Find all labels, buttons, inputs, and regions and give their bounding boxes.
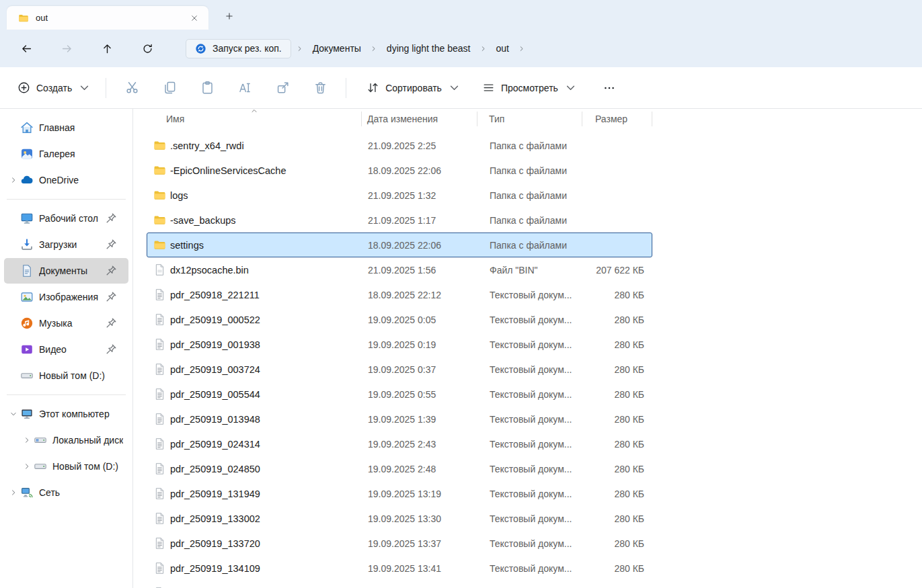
file-date: 21.09.2025 1:32: [362, 190, 478, 201]
file-row[interactable]: settings18.09.2025 22:06Папка с файлами: [147, 233, 652, 257]
file-name-text: .sentry_x64_rwdi: [170, 140, 244, 151]
sidebar-item-label: Видео: [39, 344, 103, 355]
up-button[interactable]: [95, 37, 118, 60]
chevron-right-icon[interactable]: [477, 42, 489, 54]
sidebar-item-видео[interactable]: Видео: [4, 337, 128, 362]
sidebar-item-галерея[interactable]: Галерея: [4, 141, 128, 167]
new-tab-button[interactable]: [219, 6, 239, 26]
folder-icon: [153, 139, 166, 152]
chevron-right-icon[interactable]: [20, 460, 34, 473]
delete-button[interactable]: [301, 74, 339, 102]
file-row[interactable]: -save_backups21.09.2025 1:17Папка с файл…: [147, 208, 652, 233]
tab-bar: out: [0, 0, 922, 30]
sidebar-item-label: Изображения: [39, 292, 103, 302]
file-row[interactable]: pdr_250918_22121118.09.2025 22:12Текстов…: [147, 282, 652, 307]
chevron-right-icon[interactable]: [7, 173, 20, 187]
sidebar-item-главная[interactable]: Главная: [4, 115, 128, 140]
chevron-down-icon: [448, 81, 461, 94]
music-icon: [20, 317, 34, 330]
file-row[interactable]: pdr_250919_13372019.09.2025 13:37Текстов…: [147, 531, 652, 556]
chevron-right-icon[interactable]: [368, 42, 380, 54]
rename-button[interactable]: [226, 74, 264, 102]
file-type: Текстовый докум...: [478, 489, 583, 499]
chevron-right-icon[interactable]: [516, 42, 528, 54]
file-row[interactable]: pdr_250919_00193819.09.2025 0:19Текстовы…: [147, 332, 652, 357]
command-toolbar: Создать Сортировать Просмотреть: [0, 67, 922, 109]
sidebar-item-рабочий-стол[interactable]: Рабочий стол: [4, 206, 128, 231]
sidebar-item-onedrive[interactable]: OneDrive: [4, 167, 128, 193]
column-header-row: Имя Дата изменения Тип Размер: [147, 109, 652, 129]
file-row[interactable]: pdr_250919_00554419.09.2025 0:55Текстовы…: [147, 382, 652, 407]
up-icon: [102, 43, 113, 54]
file-row[interactable]: -EpicOnlineServicesCache18.09.2025 22:06…: [147, 158, 652, 183]
sidebar-item-изображения[interactable]: Изображения: [4, 284, 128, 310]
file-row[interactable]: pdr_250919_02431419.09.2025 2:43Текстовы…: [147, 431, 652, 456]
chevron-right-icon[interactable]: [294, 42, 306, 54]
window-content: ГлавнаяГалереяOneDriveРабочий столЗагруз…: [0, 109, 922, 588]
close-tab-button[interactable]: [186, 9, 203, 27]
file-row[interactable]: pdr_250919_01394819.09.2025 1:39Текстовы…: [147, 407, 652, 431]
file-row[interactable]: pdr_250919_00372419.09.2025 0:37Текстовы…: [147, 357, 652, 382]
view-button[interactable]: Просмотреть: [474, 75, 585, 100]
chevron-down-icon[interactable]: [7, 407, 20, 421]
file-row[interactable]: dx12psocache.bin21.09.2025 1:56Файл "BIN…: [147, 257, 652, 282]
pin-icon: [104, 317, 118, 330]
more-options-button[interactable]: [594, 75, 624, 101]
breadcrumb-run-backup[interactable]: Запуск рез. коп.: [186, 39, 291, 58]
file-row[interactable]: .sentry_x64_rwdi21.09.2025 2:25Папка с ф…: [147, 133, 652, 158]
close-icon: [190, 13, 199, 23]
create-button[interactable]: Создать: [9, 76, 99, 99]
file-row[interactable]: pdr_250919_00052219.09.2025 0:05Текстовы…: [147, 307, 652, 332]
view-icon: [482, 81, 495, 94]
sidebar-item-загрузки[interactable]: Загрузки: [4, 232, 128, 257]
file-name-text: pdr_250919_131949: [170, 489, 260, 499]
file-name: pdr_250919_000522: [147, 313, 362, 326]
sidebar-item-этот-компьютер[interactable]: Этот компьютер: [4, 401, 128, 427]
breadcrumb-dying-light-the-beast[interactable]: dying light the beast: [383, 40, 475, 56]
chevron-right-icon[interactable]: [7, 486, 20, 499]
breadcrumb: Запуск рез. коп. Документы dying light t…: [186, 39, 531, 58]
chevron-right-icon[interactable]: [20, 433, 34, 447]
column-header-type[interactable]: Тип: [477, 112, 582, 126]
column-header-date-modified[interactable]: Дата изменения: [362, 112, 477, 126]
text-file-icon: [153, 413, 166, 425]
file-row[interactable]: logs21.09.2025 1:32Папка с файлами: [147, 183, 652, 208]
file-row[interactable]: pdr_250919_13410919.09.2025 13:41Текстов…: [147, 556, 652, 581]
toolbar-divider: [106, 78, 106, 98]
file-name-text: dx12psocache.bin: [170, 265, 249, 276]
file-row[interactable]: pdr_250919_13194919.09.2025 13:19Текстов…: [147, 481, 652, 506]
file-row[interactable]: pdr_250919_13300219.09.2025 13:30Текстов…: [147, 506, 652, 531]
sidebar-item-локальный-диск-(c:)[interactable]: Локальный диск (C:): [4, 427, 128, 453]
breadcrumb-documents[interactable]: Документы: [309, 40, 365, 56]
file-row[interactable]: [147, 581, 652, 588]
sidebar-item-музыка[interactable]: Музыка: [4, 310, 128, 336]
sidebar-item-документы[interactable]: Документы: [4, 258, 128, 284]
refresh-icon: [142, 43, 153, 54]
text-file-icon: [153, 437, 166, 450]
forward-button[interactable]: [55, 37, 78, 60]
cut-button[interactable]: [113, 74, 151, 102]
paste-button[interactable]: [188, 74, 226, 102]
sidebar-item-новый-том-(d:)[interactable]: Новый том (D:): [4, 363, 128, 388]
tab-out[interactable]: out: [7, 6, 208, 30]
forward-icon: [61, 43, 73, 54]
file-type: Папка с файлами: [478, 190, 583, 201]
pin-icon: [104, 212, 118, 225]
sort-button[interactable]: Сортировать: [358, 75, 469, 100]
breadcrumb-out[interactable]: out: [492, 40, 512, 56]
copy-button[interactable]: [151, 74, 188, 102]
os-drive-icon: [34, 433, 47, 447]
navigation-bar: Запуск рез. коп. Документы dying light t…: [0, 30, 922, 67]
file-name-text: pdr_250919_024850: [170, 464, 260, 474]
file-size: 280 КБ: [583, 439, 653, 450]
file-row[interactable]: pdr_250919_02485019.09.2025 2:48Текстовы…: [147, 456, 652, 481]
file-size: 280 КБ: [583, 339, 653, 350]
share-button[interactable]: [264, 74, 301, 102]
sidebar-item-сеть[interactable]: Сеть: [4, 480, 128, 505]
column-header-size[interactable]: Размер: [582, 112, 652, 126]
back-button[interactable]: [15, 37, 38, 60]
refresh-button[interactable]: [136, 37, 159, 60]
cut-icon: [125, 81, 139, 95]
documents-icon: [20, 264, 34, 278]
sidebar-item-новый-том-(d:)[interactable]: Новый том (D:): [4, 454, 128, 479]
